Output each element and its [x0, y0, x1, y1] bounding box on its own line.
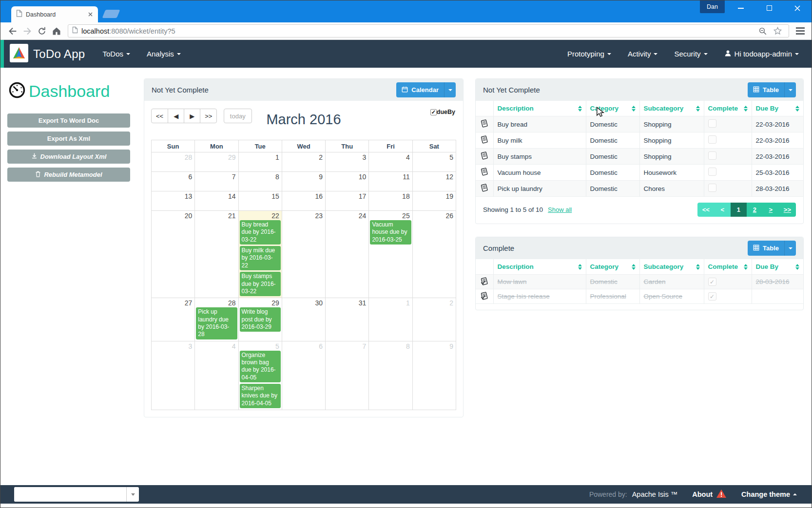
refresh-icon[interactable] [35, 24, 49, 38]
apache-isis-link[interactable]: Apache Isis ™ [632, 490, 678, 498]
calendar-view-button[interactable]: Calendar [396, 82, 456, 97]
calendar-event[interactable]: Sharpen knives due by 2016-04-05 [240, 384, 281, 408]
calendar-day-25[interactable]: 25Vacuum house due by 2016-03-25 [369, 211, 412, 298]
calendar-event[interactable]: Vacuum house due by 2016-03-25 [370, 220, 411, 245]
calendar-day-4[interactable]: 4 [195, 341, 238, 410]
table-row[interactable]: Mow lawnDomesticGarden✓28-03-2016 [476, 275, 803, 289]
change-theme-link[interactable]: Change theme [741, 490, 797, 498]
combobox-caret-icon[interactable] [126, 487, 139, 502]
menu-activity[interactable]: Activity [628, 50, 658, 58]
calendar-day-13[interactable]: 13 [152, 191, 195, 211]
calendar-day-23[interactable]: 23 [282, 211, 325, 298]
calendar-day-29[interactable]: 29 [195, 152, 238, 172]
page-button->[interactable]: > [763, 203, 779, 217]
calendar-day-9[interactable]: 9 [282, 172, 325, 191]
category-cell[interactable]: Domestic [586, 116, 639, 132]
calendar-day-12[interactable]: 12 [412, 172, 456, 191]
calendar-day-28[interactable]: 28 [152, 152, 195, 172]
calendar-day-6[interactable]: 6 [152, 172, 195, 191]
column-header-category[interactable]: Category [586, 101, 639, 116]
subcategory-cell[interactable]: Open Source [639, 289, 704, 304]
complete-checkbox[interactable] [708, 168, 716, 176]
home-icon[interactable] [49, 24, 64, 38]
rebuild-metamodel-button[interactable]: Rebuild Metamodel [7, 168, 130, 182]
description-cell[interactable]: Stage Isis release [493, 289, 586, 304]
subcategory-cell[interactable]: Shopping [639, 149, 704, 165]
calendar-day-29[interactable]: 29Write blog post due by 2016-03-29 [238, 298, 282, 341]
calendar-day-11[interactable]: 11 [369, 172, 412, 191]
table-view-caret-2[interactable] [784, 241, 796, 256]
menu-security[interactable]: Security [674, 50, 707, 58]
complete-checkbox[interactable]: ✓ [708, 278, 716, 286]
calendar-day-24[interactable]: 24 [326, 211, 369, 298]
calendar-event[interactable]: Buy stamps due by 2016-03-22 [240, 272, 281, 296]
page-button->>[interactable]: >> [779, 203, 796, 217]
column-header-category[interactable]: Category [586, 259, 639, 275]
calendar-day-17[interactable]: 17 [326, 191, 369, 211]
dueby-toggle[interactable]: ✓dueBy [430, 109, 455, 115]
calendar-day-15[interactable]: 15 [238, 191, 282, 211]
show-all-link[interactable]: Show all [548, 206, 572, 213]
calendar-day-5[interactable]: 5Organize brown bag due by 2016-04-05Sha… [238, 341, 282, 410]
column-header-description[interactable]: Description [493, 101, 586, 116]
calendar-day-1[interactable]: 1 [238, 152, 282, 172]
zoom-out-icon[interactable] [755, 24, 770, 38]
calendar-day-27[interactable]: 27 [152, 298, 195, 341]
calendar-day-10[interactable]: 10 [326, 172, 369, 191]
back-icon[interactable] [5, 24, 20, 38]
description-cell[interactable]: Buy milk [493, 132, 586, 149]
column-header-description[interactable]: Description [493, 259, 586, 275]
subcategory-cell[interactable]: Garden [639, 275, 704, 289]
complete-checkbox[interactable]: ✓ [708, 292, 716, 301]
calendar-event[interactable]: Buy bread due by 2016-03-22 [240, 220, 281, 245]
calendar-day-5[interactable]: 5 [412, 152, 456, 172]
description-cell[interactable]: Mow lawn [493, 275, 586, 289]
table-view-caret[interactable] [784, 82, 796, 97]
calendar-day-28[interactable]: 28Pick up laundry due by 2016-03-28 [195, 298, 238, 341]
bookmark-star-icon[interactable] [770, 24, 785, 38]
table-row[interactable]: Stage Isis releaseProfessionalOpen Sourc… [476, 289, 803, 304]
calendar-day-3[interactable]: 3 [152, 341, 195, 410]
complete-checkbox[interactable] [708, 151, 716, 160]
complete-checkbox[interactable] [708, 119, 716, 128]
calendar-day-14[interactable]: 14 [195, 191, 238, 211]
calendar-day-2[interactable]: 2 [412, 298, 456, 341]
url-bar[interactable]: localhost:8080/wicket/entity?5 [68, 24, 789, 38]
maximize-button[interactable] [755, 0, 783, 16]
table-view-button[interactable]: Table [748, 82, 796, 97]
calendar-day-8[interactable]: 8 [369, 341, 412, 410]
footer-combobox[interactable] [14, 487, 139, 502]
calendar-day-21[interactable]: 21 [195, 211, 238, 298]
calendar-day-3[interactable]: 3 [326, 152, 369, 172]
menu-prototyping[interactable]: Prototyping [567, 50, 611, 58]
description-cell[interactable]: Buy stamps [493, 149, 586, 165]
calendar-day-20[interactable]: 20 [152, 211, 195, 298]
column-header-due-by[interactable]: Due By [752, 259, 803, 275]
description-cell[interactable]: Buy bread [493, 116, 586, 132]
subcategory-cell[interactable]: Housework [639, 165, 704, 181]
complete-checkbox[interactable] [708, 135, 716, 144]
export-as-xml-button[interactable]: Export As Xml [7, 132, 130, 146]
browser-menu-icon[interactable] [794, 25, 807, 38]
minimize-button[interactable] [727, 0, 755, 16]
subcategory-cell[interactable]: Shopping [639, 132, 704, 149]
browser-profile-badge[interactable]: Dan [700, 0, 725, 13]
complete-checkbox[interactable] [708, 184, 716, 192]
calendar-day-6[interactable]: 6 [282, 341, 325, 410]
dueby-checkbox[interactable]: ✓ [430, 109, 437, 115]
table-row[interactable]: Pick up laundryDomesticChores28-03-2016 [476, 181, 803, 197]
calendar-event[interactable]: Pick up laundry due by 2016-03-28 [196, 307, 237, 339]
category-cell[interactable]: Domestic [586, 275, 639, 289]
category-cell[interactable]: Domestic [586, 149, 639, 165]
calendar-day-22[interactable]: 22Buy bread due by 2016-03-22Buy milk du… [238, 211, 282, 298]
about-link[interactable]: About [692, 489, 727, 500]
calendar-day-16[interactable]: 16 [282, 191, 325, 211]
menu-analysis[interactable]: Analysis [147, 50, 181, 58]
footer-combobox-input[interactable] [14, 487, 126, 502]
calendar-day-1[interactable]: 1 [369, 298, 412, 341]
page-button-1[interactable]: 1 [731, 203, 747, 217]
calendar-day-2[interactable]: 2 [282, 152, 325, 172]
table-row[interactable]: Buy milkDomesticShopping22-03-2016 [476, 132, 803, 149]
table-row[interactable]: Vacuum houseDomesticHousework25-03-2016 [476, 165, 803, 181]
page-button-2[interactable]: 2 [747, 203, 763, 217]
